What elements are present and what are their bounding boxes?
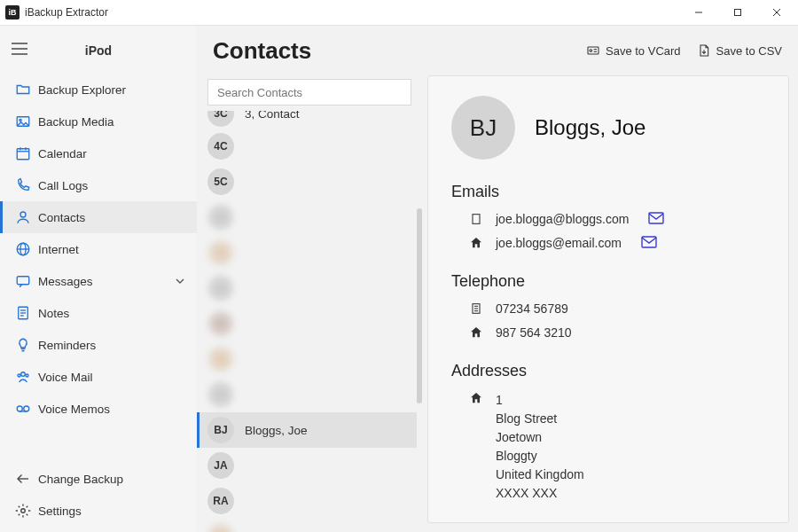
contact-avatar xyxy=(207,346,234,372)
address-line: Joetown xyxy=(496,428,584,447)
list-item[interactable] xyxy=(197,519,417,532)
image-icon xyxy=(15,113,38,129)
phone-value: 987 564 3210 xyxy=(496,325,572,340)
save-csv-button[interactable]: Save to CSV xyxy=(697,43,782,58)
list-item[interactable] xyxy=(197,200,417,235)
mail-icon[interactable] xyxy=(641,236,657,251)
sidebar-item-label: Internet xyxy=(38,243,197,256)
contact-name: Bloggs, Joe xyxy=(245,424,308,437)
email-value: joe.blogga@bloggs.com xyxy=(496,212,629,226)
gear-icon xyxy=(15,503,38,519)
sidebar-item-voice-memos[interactable]: Voice Memos xyxy=(0,393,197,425)
csv-icon xyxy=(697,43,711,58)
list-item[interactable]: JA xyxy=(197,448,417,483)
maximize-button[interactable] xyxy=(718,0,757,25)
phone-field: 987 564 3210 xyxy=(451,322,765,346)
contact-avatar: 4C xyxy=(207,133,234,160)
contacts-list[interactable]: 3C3, Contact 4C 5C BJBloggs, Joe JA RA xyxy=(197,111,422,532)
svg-rect-42 xyxy=(642,237,656,247)
sidebar-item-label: Backup Media xyxy=(38,115,197,129)
svg-rect-9 xyxy=(17,149,29,160)
voicemail-icon xyxy=(15,369,38,385)
calendar-icon xyxy=(15,145,38,161)
search-input[interactable] xyxy=(207,79,411,106)
svg-point-31 xyxy=(590,50,592,52)
sidebar-item-contacts[interactable]: Contacts xyxy=(0,201,197,233)
svg-point-25 xyxy=(17,406,22,411)
sidebar-item-call-logs[interactable]: Call Logs xyxy=(0,169,197,201)
home-icon xyxy=(469,236,485,253)
sidebar-item-calendar[interactable]: Calendar xyxy=(0,137,197,169)
detail-avatar: BJ xyxy=(451,96,515,160)
phone-icon xyxy=(15,177,38,193)
sidebar-item-label: Settings xyxy=(38,505,197,518)
svg-rect-1 xyxy=(735,10,741,16)
app-logo: iB xyxy=(5,5,20,20)
contact-avatar: BJ xyxy=(207,417,234,443)
sidebar-item-label: Calendar xyxy=(38,147,197,160)
address-line: XXXX XXX xyxy=(496,484,584,503)
contact-avatar: JA xyxy=(207,452,234,479)
save-vcard-button[interactable]: Save to VCard xyxy=(586,43,681,58)
svg-point-8 xyxy=(20,119,21,121)
building-icon xyxy=(469,301,485,318)
contact-avatar xyxy=(207,275,234,301)
list-item[interactable]: 4C xyxy=(197,129,417,164)
section-emails-title: Emails xyxy=(451,183,765,201)
svg-rect-34 xyxy=(473,215,480,224)
list-item[interactable]: 5C xyxy=(197,164,417,200)
sidebar-item-voice-mail[interactable]: Voice Mail xyxy=(0,361,197,393)
contact-avatar: 3C xyxy=(207,111,234,127)
svg-rect-17 xyxy=(17,277,29,285)
page-title: Contacts xyxy=(213,37,311,65)
hamburger-button[interactable] xyxy=(0,43,39,59)
svg-point-24 xyxy=(26,374,28,377)
note-icon xyxy=(15,305,38,321)
phone-value: 07234 56789 xyxy=(496,301,568,316)
sidebar-item-reminders[interactable]: Reminders xyxy=(0,329,197,361)
list-item[interactable]: RA xyxy=(197,483,417,519)
sidebar-item-backup-explorer[interactable]: Backup Explorer xyxy=(0,74,197,106)
scrollbar[interactable] xyxy=(417,208,422,403)
sidebar-item-label: Voice Mail xyxy=(38,371,197,384)
minimize-button[interactable] xyxy=(679,0,718,25)
bulb-icon xyxy=(15,337,38,353)
close-button[interactable] xyxy=(757,0,796,25)
contact-avatar xyxy=(207,310,234,337)
home-icon xyxy=(469,391,485,408)
search-wrapper xyxy=(207,79,411,106)
list-item-selected[interactable]: BJBloggs, Joe xyxy=(197,412,417,448)
list-item[interactable] xyxy=(197,341,417,377)
svg-point-29 xyxy=(21,509,26,513)
phone-field: 07234 56789 xyxy=(451,298,765,322)
svg-rect-41 xyxy=(649,213,663,223)
detail-display-name: Bloggs, Joe xyxy=(535,115,645,140)
list-item[interactable]: 3C3, Contact xyxy=(197,111,417,129)
titlebar: iB iBackup Extractor xyxy=(0,0,798,25)
contact-avatar xyxy=(207,204,234,231)
svg-point-23 xyxy=(18,374,20,377)
mail-icon[interactable] xyxy=(648,212,664,227)
sidebar-item-backup-media[interactable]: Backup Media xyxy=(0,106,197,137)
list-item[interactable] xyxy=(197,306,417,341)
email-value: joe.bloggs@email.com xyxy=(496,236,622,250)
vcard-icon xyxy=(586,43,600,58)
address-field: 1 Blog Street Joetown Bloggty United Kin… xyxy=(451,387,765,506)
back-arrow-icon xyxy=(15,471,38,487)
chevron-down-icon xyxy=(176,275,184,288)
voicememos-icon xyxy=(15,401,38,417)
list-item[interactable] xyxy=(197,270,417,306)
sidebar-item-notes[interactable]: Notes xyxy=(0,297,197,329)
list-item[interactable] xyxy=(197,235,417,270)
svg-point-26 xyxy=(24,406,29,411)
sidebar-item-internet[interactable]: Internet xyxy=(0,233,197,265)
contacts-list-pane: 3C3, Contact 4C 5C BJBloggs, Joe JA RA xyxy=(197,75,422,532)
list-item[interactable] xyxy=(197,377,417,412)
sidebar-item-change-backup[interactable]: Change Backup xyxy=(0,463,197,495)
svg-point-22 xyxy=(21,372,26,377)
contact-avatar xyxy=(207,239,234,266)
save-csv-label: Save to CSV xyxy=(716,44,782,58)
sidebar-item-messages[interactable]: Messages xyxy=(0,265,197,297)
address-line: 1 xyxy=(496,391,584,410)
sidebar-item-settings[interactable]: Settings xyxy=(0,495,197,527)
